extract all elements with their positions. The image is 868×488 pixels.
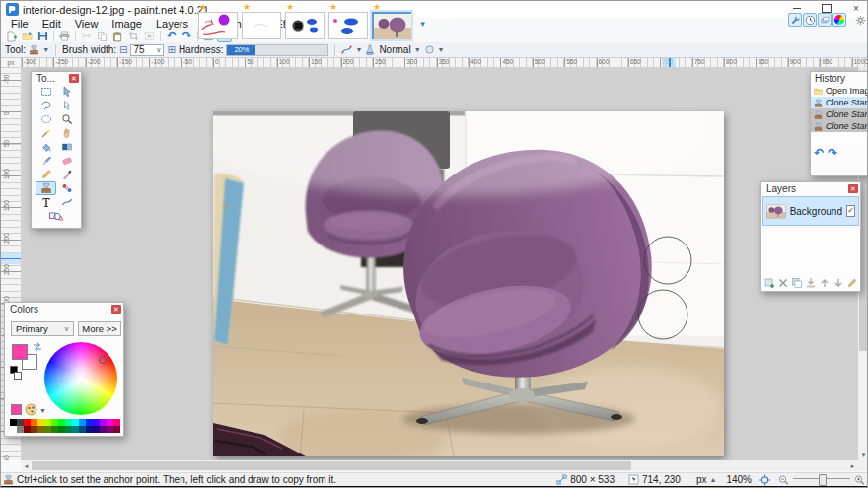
palette-swatch[interactable] <box>24 426 31 433</box>
zoom-in-icon[interactable] <box>854 474 865 485</box>
palette-swatch[interactable] <box>107 419 113 426</box>
palette-swatch[interactable] <box>37 426 44 433</box>
save-button[interactable] <box>36 29 50 42</box>
tool-brush[interactable] <box>36 154 56 168</box>
tool-clone-stamp[interactable] <box>36 181 56 195</box>
palette-current-color-swatch[interactable] <box>11 404 22 415</box>
colors-panel-close-button[interactable]: ✕ <box>111 305 121 314</box>
history-item[interactable]: Open Image <box>811 85 868 97</box>
tool-zoom[interactable] <box>56 112 77 126</box>
move-up-button[interactable] <box>818 277 831 289</box>
image-tab-2[interactable]: ★ <box>242 4 283 40</box>
zoom-out-icon[interactable] <box>778 474 789 485</box>
brush-width-input[interactable]: 75∨ <box>130 44 164 56</box>
palette-swatch[interactable] <box>79 426 86 433</box>
tool-gradient[interactable] <box>56 140 77 154</box>
tool-magic-wand[interactable] <box>36 126 56 140</box>
palette-swatch[interactable] <box>51 426 58 433</box>
canvas-area[interactable] <box>21 67 858 460</box>
tool-text[interactable] <box>36 195 56 209</box>
antialiasing-dropdown-arrow[interactable]: ▼ <box>355 46 362 53</box>
palette-swatch[interactable] <box>65 426 72 433</box>
image-tab-1[interactable]: ★ <box>198 4 240 40</box>
delete-layer-button[interactable] <box>777 277 790 289</box>
new-button[interactable] <box>4 29 19 42</box>
palette-manager-icon[interactable] <box>25 403 37 416</box>
brush-width-increase-button[interactable]: ⊞ <box>167 44 175 55</box>
crop-button[interactable] <box>126 29 141 42</box>
layer-row-background[interactable]: Background ✓ <box>762 196 859 226</box>
selection-clipping-icon[interactable] <box>424 44 435 55</box>
tools-panel-close-button[interactable]: ✕ <box>69 74 79 83</box>
swap-colors-icon[interactable] <box>33 342 42 352</box>
image-tab-thumbnail[interactable] <box>198 12 238 39</box>
image-tab-thumbnail[interactable] <box>328 12 368 39</box>
image-tab-5[interactable]: ★ <box>372 4 413 40</box>
tool-dropdown-arrow[interactable]: ▼ <box>42 46 49 53</box>
tool-recolor[interactable] <box>56 181 77 195</box>
palette-swatch[interactable] <box>58 426 65 433</box>
history-item[interactable]: Clone Stamp <box>811 108 868 120</box>
tool-ellipse-select[interactable] <box>36 112 56 126</box>
zoom-slider-thumb[interactable] <box>819 474 827 486</box>
undo-history-button[interactable]: ↶ <box>814 148 824 158</box>
tool-rect-select[interactable] <box>36 85 56 99</box>
horizontal-scroll-thumb[interactable] <box>32 461 631 470</box>
history-item[interactable]: Clone Stamp <box>811 97 868 108</box>
palette-dropdown-arrow[interactable]: ▼ <box>39 407 46 414</box>
hardness-slider[interactable]: 20% <box>226 44 328 56</box>
tool-move-pixels[interactable] <box>56 85 77 99</box>
palette-swatch[interactable] <box>113 426 120 433</box>
palette-swatch[interactable] <box>17 419 24 426</box>
tool-color-picker[interactable] <box>56 168 77 181</box>
layers-panel-close-button[interactable]: ✕ <box>848 184 858 193</box>
palette-swatch[interactable] <box>58 419 65 426</box>
settings-button[interactable] <box>853 13 867 27</box>
palette-swatch[interactable] <box>107 426 113 433</box>
undo-button[interactable]: ↶ <box>164 29 179 42</box>
units-dropdown-arrow[interactable]: ▲ <box>709 476 716 483</box>
zoom-to-window-icon[interactable] <box>760 474 770 485</box>
tool-move-selection[interactable] <box>56 99 77 112</box>
palette-swatch[interactable] <box>86 426 93 433</box>
reset-colors-icon[interactable] <box>10 366 22 380</box>
palette-swatch[interactable] <box>93 419 100 426</box>
redo-button[interactable]: ↷ <box>180 29 194 42</box>
tool-bucket[interactable] <box>36 140 56 154</box>
image-tab-thumbnail[interactable] <box>372 12 411 39</box>
copy-button[interactable] <box>95 29 109 42</box>
redo-history-button[interactable]: ↷ <box>828 148 837 158</box>
tool-lasso[interactable] <box>36 99 56 112</box>
duplicate-layer-button[interactable] <box>791 277 804 289</box>
image-list-button[interactable]: ▾ <box>416 18 429 31</box>
image-tab-thumbnail[interactable] <box>285 12 325 39</box>
blend-mode-dropdown-arrow[interactable]: ▼ <box>414 46 421 53</box>
image-tab-thumbnail[interactable] <box>242 12 281 39</box>
scroll-right-arrow-icon[interactable]: ▸ <box>847 460 858 471</box>
image-document[interactable] <box>213 111 724 456</box>
palette-swatch[interactable] <box>100 426 107 433</box>
palette-swatch[interactable] <box>31 426 37 433</box>
brush-width-decrease-button[interactable]: ⊟ <box>119 44 127 55</box>
selection-clipping-dropdown-arrow[interactable]: ▼ <box>438 46 445 53</box>
toggle-history-button[interactable] <box>803 13 817 27</box>
palette-swatch[interactable] <box>72 426 79 433</box>
palette-swatch[interactable] <box>31 419 37 426</box>
horizontal-scrollbar[interactable]: ◂ ▸ <box>21 460 858 471</box>
tool-shapes[interactable] <box>36 209 77 223</box>
paste-button[interactable] <box>110 29 125 42</box>
palette-swatch[interactable] <box>100 419 107 426</box>
palette-swatch[interactable] <box>51 419 58 426</box>
palette-swatch[interactable] <box>24 419 31 426</box>
palette-swatch[interactable] <box>86 419 93 426</box>
zoom-slider[interactable] <box>793 473 850 485</box>
toggle-tools-button[interactable] <box>788 13 802 27</box>
palette-swatch[interactable] <box>37 419 44 426</box>
open-button[interactable] <box>20 29 35 42</box>
color-wheel[interactable] <box>44 342 117 415</box>
image-tab-3[interactable]: ★ <box>285 4 326 40</box>
merge-down-button[interactable] <box>805 277 818 289</box>
palette-swatch[interactable] <box>72 419 79 426</box>
cut-button[interactable]: ✂ <box>79 29 94 42</box>
layer-visibility-checkbox[interactable]: ✓ <box>846 205 855 217</box>
